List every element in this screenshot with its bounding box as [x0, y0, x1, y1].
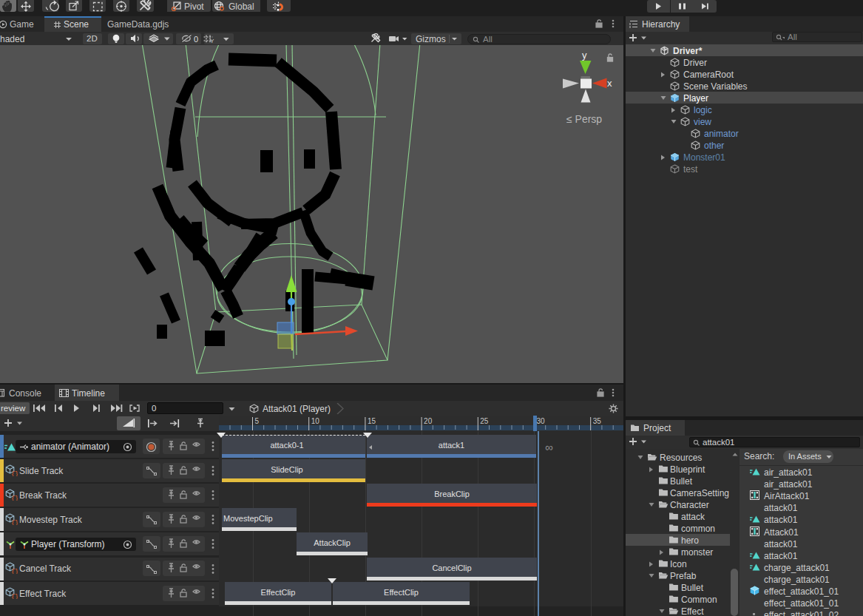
svg-text:≤ Persp: ≤ Persp	[566, 113, 602, 125]
svg-text:35: 35	[593, 417, 602, 425]
svg-text:Y: Y	[210, 38, 214, 44]
svg-text:15: 15	[368, 417, 376, 425]
svg-text:y: y	[582, 50, 587, 61]
svg-text:30: 30	[537, 417, 546, 425]
svg-text:{}: {}	[11, 520, 18, 526]
svg-text:5: 5	[255, 417, 260, 425]
svg-text:20: 20	[424, 417, 433, 425]
svg-text:x: x	[607, 78, 612, 89]
svg-text:{}: {}	[11, 471, 18, 477]
svg-text:25: 25	[480, 417, 489, 425]
svg-text:10: 10	[311, 417, 320, 425]
svg-text:0: 0	[194, 35, 198, 44]
svg-text:{}: {}	[11, 594, 18, 600]
svg-text:{}: {}	[11, 495, 18, 501]
svg-text:{}: {}	[11, 569, 18, 575]
